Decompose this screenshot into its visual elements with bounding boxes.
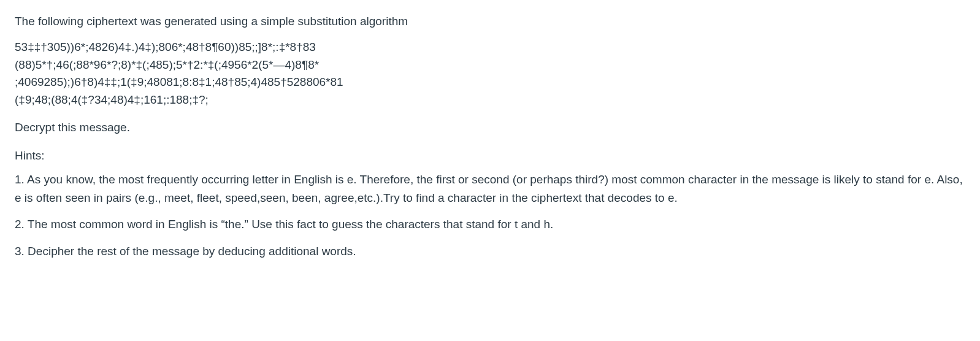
hints-label: Hints: — [15, 147, 965, 164]
ciphertext-line: ;4069285);)6†8)4‡‡;1(‡9;48081;8:8‡1;48†8… — [15, 74, 965, 91]
decrypt-prompt: Decrypt this message. — [15, 118, 965, 136]
ciphertext-line: 53‡‡†305))6*;4826)4‡.)4‡);806*;48†8¶60))… — [15, 39, 965, 56]
hint-1: 1. As you know, the most frequently occu… — [15, 170, 965, 207]
intro-text: The following ciphertext was generated u… — [15, 12, 965, 30]
ciphertext-block: 53‡‡†305))6*;4826)4‡.)4‡);806*;48†8¶60))… — [15, 39, 965, 109]
ciphertext-line: (88)5*†;46(;88*96*?;8)*‡(;485);5*†2:*‡(;… — [15, 56, 965, 74]
hint-3: 3. Decipher the rest of the message by d… — [15, 242, 965, 260]
hint-2: 2. The most common word in English is “t… — [15, 215, 965, 233]
ciphertext-line: (‡9;48;(88;4(‡?34;48)4‡;161;:188;‡?; — [15, 91, 965, 109]
